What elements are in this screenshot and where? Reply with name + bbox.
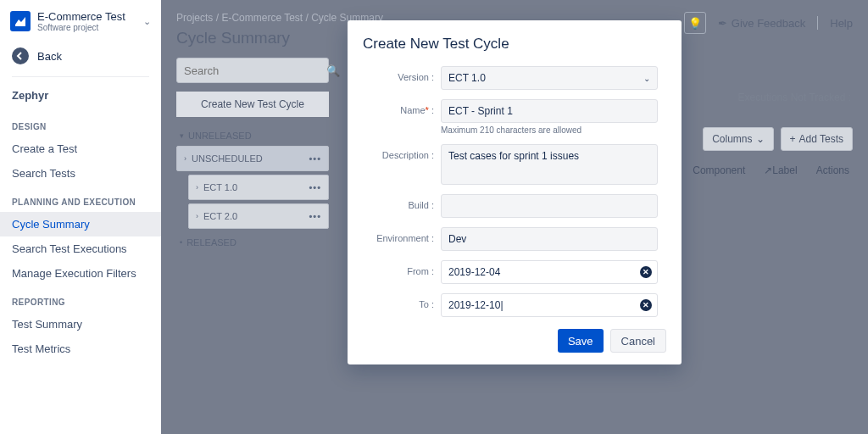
nav-create-test[interactable]: Create a Test	[0, 136, 161, 161]
label-environment: Environment :	[371, 227, 441, 243]
clear-icon[interactable]: ✕	[640, 299, 652, 311]
nav-manage-filters[interactable]: Manage Execution Filters	[0, 261, 161, 286]
section-planning: PLANNING AND EXECUTION	[0, 186, 161, 212]
section-reporting: REPORTING	[0, 286, 161, 312]
chevron-down-icon: ⌄	[643, 74, 650, 83]
version-select[interactable]: ECT 1.0⌄	[441, 66, 658, 90]
cancel-button[interactable]: Cancel	[610, 329, 666, 353]
back-arrow-icon	[12, 47, 29, 64]
app-name: Zephyr	[0, 81, 161, 110]
nav-test-metrics[interactable]: Test Metrics	[0, 337, 161, 361]
nav-cycle-summary[interactable]: Cycle Summary	[0, 212, 161, 236]
label-name: Name* :	[371, 99, 441, 115]
label-to: To :	[371, 293, 441, 309]
save-button[interactable]: Save	[558, 329, 604, 353]
nav-search-tests[interactable]: Search Tests	[0, 161, 161, 186]
project-subtitle: Software project	[37, 23, 143, 32]
back-button[interactable]: Back	[0, 41, 161, 73]
from-date-input[interactable]: 2019-12-04✕	[441, 260, 658, 284]
chevron-down-icon: ⌄	[143, 16, 151, 27]
modal-title: Create New Test Cycle	[363, 36, 666, 53]
label-description: Description :	[371, 144, 441, 160]
label-build: Build :	[371, 194, 441, 210]
project-icon	[10, 11, 31, 31]
to-date-input[interactable]: 2019-12-10|✕	[441, 293, 658, 317]
description-textarea[interactable]: Test cases for sprint 1 issues	[441, 144, 658, 185]
label-version: Version :	[371, 66, 441, 82]
back-label: Back	[37, 50, 62, 63]
section-design: DESIGN	[0, 110, 161, 136]
name-hint: Maximum 210 characters are allowed	[441, 125, 658, 135]
divider	[12, 76, 149, 77]
nav-search-executions[interactable]: Search Test Executions	[0, 236, 161, 261]
modal-overlay: Create New Test Cycle Version : ECT 1.0⌄…	[161, 0, 868, 434]
project-switcher[interactable]: E-Commerce Test Software project ⌄	[0, 10, 161, 41]
label-from: From :	[371, 260, 441, 276]
clear-icon[interactable]: ✕	[640, 266, 652, 278]
create-cycle-modal: Create New Test Cycle Version : ECT 1.0⌄…	[348, 20, 682, 364]
nav-test-summary[interactable]: Test Summary	[0, 312, 161, 337]
build-input[interactable]	[441, 194, 658, 218]
environment-input[interactable]: Dev	[441, 227, 658, 251]
project-name: E-Commerce Test	[37, 10, 143, 23]
name-input[interactable]: ECT - Sprint 1	[441, 99, 658, 123]
